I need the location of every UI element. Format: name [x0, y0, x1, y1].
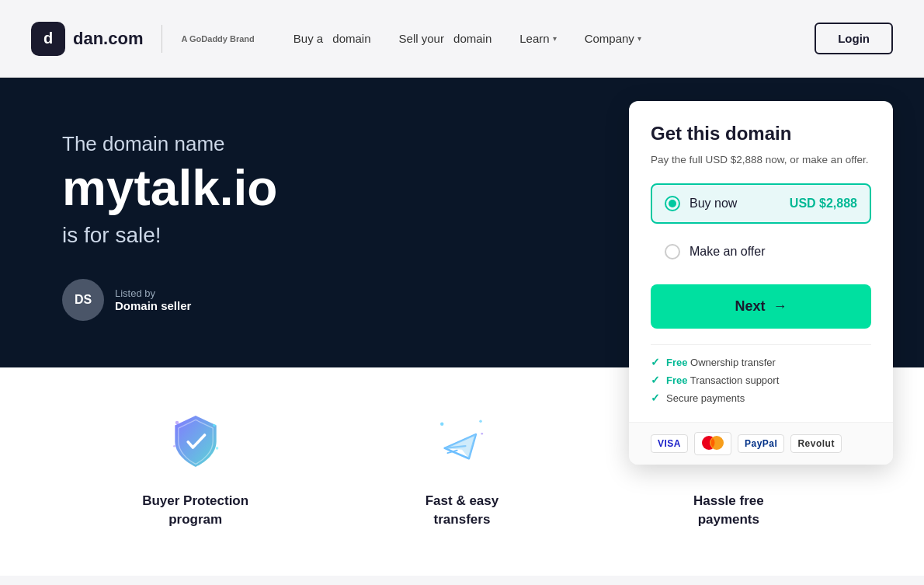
nav-sell-domain[interactable]: Sell your domain [399, 31, 492, 47]
logo-text: dan.com [73, 29, 143, 49]
shield-icon [161, 406, 231, 476]
buy-now-label: Buy now [690, 197, 780, 211]
visa-logo: VISA [651, 434, 688, 453]
feature-fast-transfers: Fast & easytransfers [328, 406, 595, 529]
buy-now-radio[interactable] [665, 196, 680, 211]
check-icon-1: ✓ [651, 356, 660, 368]
seller-details: Listed by Domain seller [115, 287, 191, 312]
nav-buy-domain[interactable]: Buy a domain [294, 31, 371, 47]
nav-company[interactable]: Company ▾ [585, 32, 641, 45]
svg-point-3 [213, 424, 216, 427]
plane-icon [427, 406, 497, 476]
make-offer-radio[interactable] [665, 244, 680, 259]
svg-point-5 [215, 447, 218, 451]
login-button[interactable]: Login [815, 23, 893, 54]
make-offer-label: Make an offer [690, 245, 857, 259]
learn-chevron-icon: ▾ [553, 34, 557, 43]
payment-methods: VISA PayPal Revolut [629, 422, 893, 465]
free-item-ownership: ✓ Free Ownership transfer [651, 356, 871, 368]
buy-now-option[interactable]: Buy now USD $2,888 [651, 183, 871, 224]
listed-by-label: Listed by [115, 287, 191, 299]
hero-section: The domain name mytalk.io is for sale! D… [0, 78, 924, 367]
svg-point-7 [479, 420, 482, 423]
logo-area: d dan.com A GoDaddy Brand [31, 22, 255, 56]
header: d dan.com A GoDaddy Brand Buy a domain S… [0, 0, 924, 78]
feature-title-hassle-free: Hassle freepayments [693, 492, 764, 529]
godaddy-brand: A GoDaddy Brand [181, 34, 254, 44]
check-icon-3: ✓ [651, 392, 660, 404]
check-icon-2: ✓ [651, 374, 660, 386]
svg-point-4 [173, 445, 175, 447]
svg-point-8 [481, 433, 483, 435]
arrow-right-icon: → [773, 298, 787, 315]
free-item-secure: ✓ Secure payments [651, 392, 871, 404]
free-features: ✓ Free Ownership transfer ✓ Free Transac… [651, 344, 871, 422]
seller-avatar: DS [62, 279, 104, 321]
svg-point-6 [440, 423, 443, 426]
feature-buyer-protection: Buyer Protectionprogram [62, 406, 328, 529]
next-button[interactable]: Next → [651, 284, 871, 329]
feature-title-buyer-protection: Buyer Protectionprogram [142, 492, 248, 529]
company-chevron-icon: ▾ [637, 34, 641, 43]
free-item-transaction: ✓ Free Transaction support [651, 374, 871, 386]
paypal-logo: PayPal [738, 434, 784, 453]
main-nav: Buy a domain Sell your domain Learn ▾ Co… [294, 31, 815, 47]
card-description: Pay the full USD $2,888 now, or make an … [651, 152, 871, 168]
make-offer-option[interactable]: Make an offer [651, 232, 871, 272]
next-label: Next [735, 298, 765, 315]
feature-title-fast-transfers: Fast & easytransfers [426, 492, 499, 529]
nav-learn[interactable]: Learn ▾ [519, 32, 556, 45]
card-title: Get this domain [651, 123, 871, 145]
mastercard-logo [694, 432, 731, 455]
logo-divider [162, 25, 162, 53]
revolut-logo: Revolut [790, 434, 842, 453]
buy-now-price: USD $2,888 [790, 197, 857, 211]
seller-name: Domain seller [115, 299, 191, 312]
dan-logo-icon: d [31, 22, 65, 56]
domain-card: Get this domain Pay the full USD $2,888 … [629, 101, 893, 465]
svg-point-2 [175, 421, 178, 424]
